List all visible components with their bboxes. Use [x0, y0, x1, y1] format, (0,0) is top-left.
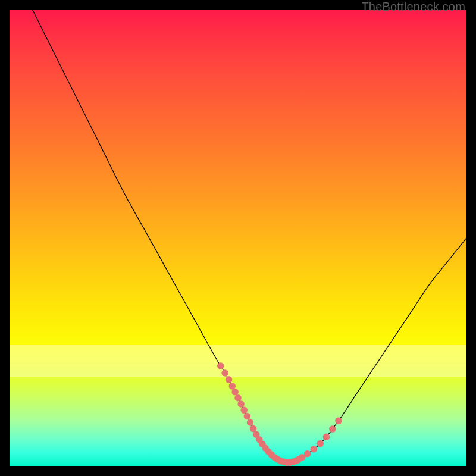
chart-frame: TheBottleneck.com	[0, 0, 476, 476]
curve-marker-dot	[247, 419, 254, 426]
curve-marker-dot	[311, 446, 318, 453]
curve-marker-dot	[234, 394, 242, 402]
bottleneck-curve-path	[32, 10, 466, 462]
curve-marker-dot	[217, 362, 224, 369]
curve-svg	[10, 10, 466, 466]
curve-marker-dot	[226, 376, 233, 383]
curve-marker-dot	[240, 407, 248, 414]
curve-marker-dot	[323, 433, 330, 440]
plot-area	[10, 10, 466, 466]
curve-marker-dot	[231, 389, 239, 396]
curve-marker-dot	[335, 417, 342, 424]
curve-marker-dot	[329, 425, 336, 433]
curve-marker-dot	[317, 440, 324, 447]
watermark-text: TheBottleneck.com	[361, 0, 465, 14]
curve-markers	[217, 362, 342, 466]
curve-marker-dot	[237, 400, 245, 408]
curve-marker-dot	[304, 450, 311, 458]
curve-marker-dot	[221, 369, 228, 377]
curve-marker-dot	[244, 413, 251, 420]
curve-marker-dot	[229, 383, 236, 390]
